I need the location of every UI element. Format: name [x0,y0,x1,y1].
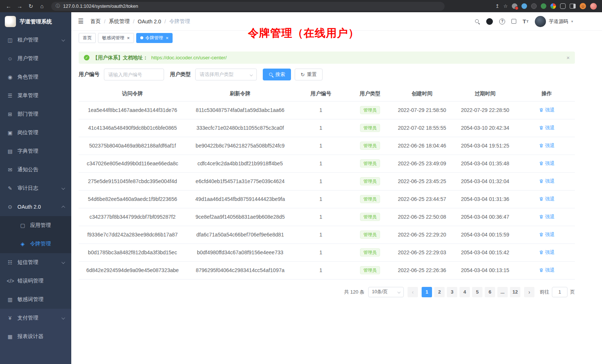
expire-time-cell-text: 2054-03-04 00:13:15 [461,267,509,273]
sidebar-item-role[interactable]: ◉角色管理 [0,68,71,86]
extension-smiley-icon[interactable]: ☺ [580,3,586,9]
home-icon[interactable]: ⌂ [37,2,47,11]
close-tab-icon[interactable]: × [127,35,130,41]
force-logout-button[interactable]: 强退 [539,125,555,131]
delete-icon [539,268,544,272]
access-token-cell: c342377bf8b344799dcbf7bf095287f2 [79,208,186,226]
reload-icon[interactable]: ↻ [26,2,36,11]
force-logout-button[interactable]: 强退 [539,196,555,202]
tab-home[interactable]: 首页 [79,33,96,43]
force-logout-button[interactable]: 强退 [539,160,555,167]
force-logout-button[interactable]: 强退 [539,249,555,256]
force-logout-button[interactable]: 强退 [539,214,555,220]
search-button[interactable]: 搜索 [263,69,291,80]
sidebar-item-audit-log[interactable]: ✎审计日志 [0,179,71,198]
back-icon[interactable]: ← [4,2,13,11]
app-logo[interactable]: 芋道管理系统 [0,12,71,31]
force-logout-button[interactable]: 强退 [539,107,555,113]
sidebar-item-tenant[interactable]: ◫租户管理 [0,31,71,49]
sidebar-item-label: 审计日志 [17,185,38,192]
extension-colorful-icon[interactable] [550,3,556,9]
extensions-puzzle-icon[interactable] [560,3,566,9]
force-logout-button[interactable]: 强退 [539,142,555,149]
sidebar-item-oauth2-token[interactable]: ◈令牌管理 [0,235,71,253]
sidebar-item-label: 短信管理 [17,259,38,266]
refresh-token-cell: dfa6c71a50a54c66bef706ef9e6e8d81 [186,226,294,244]
sidebar-item-user[interactable]: ☺用户管理 [0,49,71,68]
sidebar-item-post[interactable]: ▣岗位管理 [0,123,71,142]
sidebar-item-oauth2[interactable]: ⊙OAuth 2.0 [0,198,71,216]
collapse-menu-icon[interactable]: ☰ [78,17,84,25]
user-type-badge: 管理员 [360,248,380,257]
page-button-1[interactable]: 1 [422,287,432,297]
create-time-cell-text: 2022-06-25 23:45:25 [398,178,446,184]
expire-time-cell: 2054-03-10 20:42:34 [452,119,518,137]
page-button-2[interactable]: 2 [434,287,445,297]
reset-button[interactable]: ↻ 重置 [295,69,323,80]
create-time-cell-text: 2022-06-26 18:04:46 [398,143,446,149]
extension-badge-icon[interactable] [512,3,517,9]
user-type-cell: 管理员 [348,226,392,244]
sidebar-item-label: 用户管理 [17,55,38,62]
github-icon[interactable] [486,18,493,25]
sidebar-item-pay[interactable]: ¥支付管理 [0,309,71,327]
tab-oauth2-token[interactable]: 令牌管理× [136,33,173,43]
user-menu[interactable]: 芋道源码 ▾ [535,16,573,27]
breadcrumb-item[interactable]: 首页 [90,18,101,25]
user-id-cell-text: 1 [320,125,323,131]
share-icon[interactable]: ↥ [495,3,499,9]
page-size-select[interactable]: 10条/页 [368,287,404,297]
breadcrumb-item[interactable]: 系统管理 [109,18,130,25]
force-logout-button[interactable]: 强退 [539,178,555,185]
bookmark-star-icon[interactable]: ☆ [503,3,508,9]
page-button-12[interactable]: 12 [510,287,520,297]
alert-close-icon[interactable]: × [566,54,570,61]
goto-unit-label: 页 [570,289,575,295]
extension-blue-icon[interactable] [521,3,527,9]
goto-page-input[interactable] [552,287,567,297]
close-tab-icon[interactable]: × [166,35,169,41]
more-pages-button[interactable]: ... [497,287,508,297]
delete-icon [539,250,544,255]
search-icon[interactable] [475,19,480,24]
force-logout-button[interactable]: 强退 [539,267,555,274]
extension-green-icon[interactable] [541,3,546,9]
page-button-6[interactable]: 6 [485,287,495,297]
site-info-icon[interactable]: ⓘ [56,3,60,9]
sidebar-item-sensitive-word[interactable]: ▥敏感词管理 [0,290,71,309]
force-logout-button[interactable]: 强退 [539,231,555,238]
breadcrumb-item[interactable]: OAuth 2.0 [138,19,161,24]
expire-time-cell-text: 2054-03-10 20:42:34 [461,125,509,131]
browser-profile-avatar[interactable] [590,3,597,10]
sidebar-item-report-designer[interactable]: ▦报表设计器 [0,327,71,346]
user-id-input[interactable] [108,72,160,77]
access-token-cell-text: c347026e805e4d99b0d116eae66eda8c [87,161,179,166]
extension-dark-icon[interactable] [531,3,537,9]
search-button-icon [269,72,273,77]
prev-page-button[interactable]: ‹ [408,287,418,297]
page-button-3[interactable]: 3 [447,287,457,297]
alert-doc-link[interactable]: https://doc.iocoder.cn/user-center/ [151,55,227,60]
sidebar-item-notice[interactable]: ✉通知公告 [0,161,71,179]
expire-time-cell: 2054-03-04 01:31:36 [452,190,518,208]
side-panel-icon[interactable] [570,4,576,9]
next-page-button[interactable]: › [524,287,534,297]
page-button-4[interactable]: 4 [459,287,470,297]
user-type-select[interactable]: 请选择用户类型 [195,69,257,80]
url-bar[interactable]: ⓘ 127.0.0.1:1024/system/oauth2/token [51,2,445,11]
sidebar-item-label: 角色管理 [17,74,38,80]
fullscreen-icon[interactable] [511,19,516,24]
forward-icon[interactable]: → [15,2,24,11]
sidebar-item-oauth2-app[interactable]: ▢应用管理 [0,216,71,235]
font-size-icon[interactable]: T T [523,19,529,24]
sidebar-item-dict[interactable]: ▤字典管理 [0,142,71,161]
sidebar-item-error-code[interactable]: </>错误码管理 [0,272,71,290]
page-button-5[interactable]: 5 [472,287,482,297]
create-time-cell: 2022-06-25 23:49:09 [392,155,452,172]
sidebar-item-dept[interactable]: ⊞部门管理 [0,105,71,123]
tab-sensitive-word[interactable]: 敏感词管理× [98,33,134,43]
help-icon[interactable]: ? [499,19,505,24]
sidebar-item-menu[interactable]: ☰菜单管理 [0,86,71,105]
sidebar-item-sms[interactable]: ☷短信管理 [0,253,71,272]
chevron-down-icon [62,186,65,190]
